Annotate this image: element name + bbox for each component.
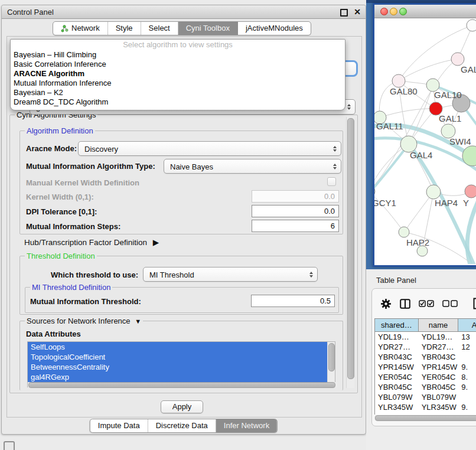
table-cell: 8. [458, 372, 476, 382]
gear-icon[interactable] [380, 298, 392, 309]
list-vertical-scrollbar[interactable] [327, 342, 335, 387]
tab-select[interactable]: Select [141, 22, 178, 35]
network-window-titlebar[interactable] [374, 5, 476, 18]
mi-algorithm-type-combobox[interactable]: Naive Bayes [164, 159, 341, 174]
tab-style[interactable]: Style [108, 22, 141, 35]
settings-vertical-scrollbar[interactable] [346, 117, 354, 388]
table-card: shared… name A YDL19… YDL19… 13 YDR27… Y… [371, 288, 476, 426]
minimize-traffic-light[interactable] [390, 8, 397, 15]
node-label: GAL10 [434, 90, 462, 100]
tab-network[interactable]: Network [53, 22, 108, 35]
which-threshold-combobox[interactable]: MI Threshold [143, 267, 318, 282]
table-row[interactable]: YBL079W YBL079W [375, 392, 476, 402]
split-columns-icon[interactable] [400, 299, 410, 309]
network-view-window[interactable]: GAL GAL80 GAL10 GAL1 GAL11 SWI4 GAL4 GCY… [373, 3, 476, 267]
table-row[interactable]: YBR043C YBR043C [375, 352, 476, 362]
popup-item[interactable]: Bayesian – K2 [11, 88, 345, 97]
table-cell: YPR145W [419, 362, 459, 372]
node-hap2[interactable] [399, 227, 409, 237]
hub-tf-definition-toggle[interactable]: Hub/Transcription Factor Definition ▶ [24, 238, 159, 247]
table-cell: YBR045C [419, 382, 459, 392]
scrollbar-thumb[interactable] [328, 343, 335, 371]
mi-threshold-field[interactable]: 0.5 [251, 295, 335, 307]
node-label: GAL1 [439, 113, 461, 123]
algorithm-definition-group: Algorithm Definition Aracne Mode: Discov… [19, 131, 343, 234]
table-cell: 9. [458, 402, 476, 412]
node-hap4[interactable] [426, 185, 441, 199]
kernel-width-field[interactable]: 0.0 [252, 190, 339, 203]
float-window-icon[interactable] [340, 9, 348, 17]
network-graph[interactable]: GAL GAL80 GAL10 GAL1 GAL11 SWI4 GAL4 GCY… [374, 18, 476, 264]
column-header[interactable]: A [458, 319, 476, 331]
list-item[interactable]: TopologicalCoefficient [28, 352, 328, 362]
list-item[interactable]: BetweennessCentrality [28, 362, 328, 372]
tab-discretize-data[interactable]: Discretize Data [148, 419, 216, 432]
table-cell: YLR345W [419, 402, 459, 412]
table-cell: YER054C [419, 372, 459, 382]
mi-threshold-label: Mutual Information Threshold: [30, 297, 141, 306]
manual-kernel-width-checkbox[interactable] [327, 177, 336, 186]
table-row[interactable]: YBR045C YBR045C 9. [375, 382, 476, 392]
docked-panel-icon[interactable] [4, 441, 15, 450]
table-row[interactable]: YPR145W YPR145W 9. [375, 362, 476, 372]
data-attributes-list[interactable]: SelfLoops TopologicalCoefficient Between… [27, 341, 335, 387]
list-item[interactable]: gal4RGexp [28, 372, 328, 382]
table-panel-area: Table Panel [366, 269, 476, 450]
column-header-name[interactable]: name [419, 319, 459, 331]
cyni-bottom-tabbar: Impute Data Discretize Data Infer Networ… [90, 419, 278, 433]
node-label: HAP2 [406, 237, 429, 247]
table-cell: 9. [458, 362, 476, 372]
zoom-traffic-light[interactable] [399, 8, 407, 15]
table-cell: YBL079W [375, 392, 419, 402]
document-icon[interactable] [473, 298, 476, 309]
close-icon[interactable]: ✕ [354, 7, 361, 17]
tab-impute-data[interactable]: Impute Data [90, 419, 148, 432]
tab-jactivemnodules[interactable]: jActiveMNodules [238, 22, 311, 35]
algorithm-popup-list: Select algorithm to view settings Bayesi… [10, 39, 345, 110]
popup-item[interactable]: Basic Correlation Inference [11, 60, 345, 69]
scrollbar-thumb[interactable] [347, 118, 354, 379]
node-gal80[interactable] [392, 74, 405, 87]
aracne-mode-combobox[interactable]: Discovery [78, 141, 341, 156]
tab-cyni-toolbox[interactable]: Cyni Toolbox [178, 22, 238, 35]
table-row[interactable]: YLR345W YLR345W 9. [375, 402, 476, 412]
mi-steps-field[interactable]: 6 [252, 220, 339, 232]
group-title: Sources for Network Inference ▼ [25, 317, 143, 326]
table-row[interactable]: YER054C YER054C 8. [375, 372, 476, 382]
manual-kernel-width-label: Manual Kernel Width Definition [26, 178, 139, 187]
dpi-tolerance-field[interactable]: 0.0 [252, 205, 339, 217]
node-label: SWI4 [449, 136, 471, 146]
table-cell: YBL079W [419, 392, 459, 402]
table-horizontal-scrollbar[interactable] [374, 415, 476, 420]
column-header-shared-name[interactable]: shared… [375, 319, 419, 331]
tab-infer-network[interactable]: Infer Network [216, 419, 277, 432]
scrollbar-thumb[interactable] [375, 415, 476, 421]
popup-item[interactable]: Dream8 DC_TDC Algorithm [11, 97, 345, 107]
node[interactable] [467, 19, 476, 31]
mi-steps-label: Mutual Information Steps: [26, 222, 120, 231]
table-cell: YDL19… [375, 332, 419, 342]
table-row[interactable]: YDR27… YDR27… 12 [375, 342, 476, 352]
threshold-definition-group: Threshold Definition Which threshold to … [19, 256, 343, 315]
apply-button[interactable]: Apply [161, 400, 203, 413]
table-body: YDL19… YDL19… 13 YDR27… YDR27… 12 YBR043… [375, 332, 476, 415]
popup-item-selected[interactable]: ARACNE Algorithm [11, 69, 345, 79]
table-cell: YDR27… [419, 342, 459, 352]
popup-item[interactable]: Bayesian – Hill Climbing [11, 50, 345, 60]
node-label: GAL11 [376, 121, 403, 131]
list-item[interactable]: SelfLoops [28, 342, 328, 352]
settings-horizontal-scrollbar[interactable] [28, 382, 337, 387]
mi-threshold-definition-group: MI Threshold Definition Mutual Informati… [25, 287, 339, 313]
node[interactable] [451, 53, 464, 66]
table-row[interactable]: YDL19… YDL19… 13 [375, 332, 476, 342]
hide-columns-icon[interactable] [442, 300, 458, 307]
close-traffic-light[interactable] [380, 8, 388, 15]
network-canvas[interactable]: GAL GAL80 GAL10 GAL1 GAL11 SWI4 GAL4 GCY… [374, 18, 476, 265]
popup-item[interactable]: Mutual Information Inference [11, 79, 345, 88]
table-row[interactable]: YIL052C YIL052C 9. [375, 412, 476, 415]
node[interactable] [465, 185, 476, 198]
scrollbar-thumb[interactable] [28, 382, 335, 388]
mi-algorithm-type-label: Mutual Information Algorithm Type: [26, 162, 155, 171]
show-columns-icon[interactable] [419, 300, 434, 307]
popup-hint: Select algorithm to view settings [11, 40, 345, 50]
